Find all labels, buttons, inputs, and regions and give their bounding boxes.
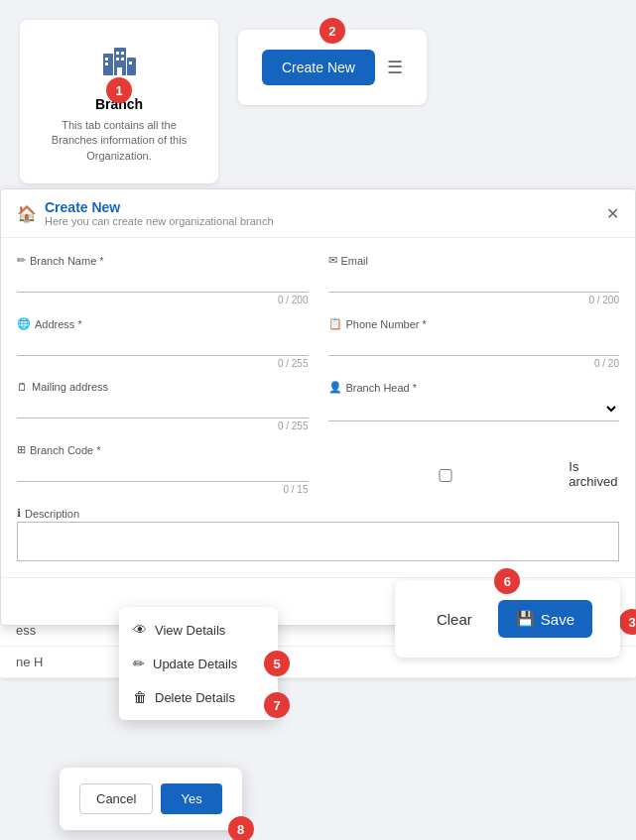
mailing-count: 0 / 255 — [17, 420, 309, 431]
svg-rect-9 — [129, 61, 132, 64]
mailing-icon: 🗒 — [17, 381, 28, 393]
create-new-modal: 🏠 Create New Here you can create new org… — [0, 188, 636, 626]
svg-rect-7 — [116, 58, 119, 60]
phone-input[interactable] — [328, 332, 620, 356]
confirm-buttons: Cancel Yes — [79, 783, 222, 814]
trash-icon: 🗑 — [133, 689, 147, 705]
branch-name-icon: ✏ — [17, 254, 26, 267]
address-field: 🌐 Address * 0 / 255 — [17, 317, 309, 369]
view-details-label: View Details — [155, 623, 225, 638]
modal-title: Create New — [45, 199, 274, 215]
branch-head-field: 👤 Branch Head * — [328, 381, 620, 431]
address-input[interactable] — [17, 332, 309, 356]
top-section: 1 Branch This tab contains all the Branc… — [0, 0, 636, 203]
is-archived-checkbox-row: Is archived — [328, 443, 620, 491]
cancel-button[interactable]: Cancel — [79, 783, 153, 814]
bottom-action-panel: 6 Clear 💾 Save — [395, 580, 620, 658]
email-field: ✉ Email 0 / 200 — [328, 254, 620, 305]
yes-button[interactable]: Yes — [161, 783, 221, 814]
dropdown-menu: 👁 View Details ✏ Update Details 5 🗑 Dele… — [119, 607, 278, 720]
phone-icon: 📋 — [328, 317, 342, 330]
svg-rect-2 — [127, 58, 136, 75]
bottom-save-button[interactable]: 💾 Save — [498, 600, 592, 638]
is-archived-checkbox[interactable] — [328, 469, 564, 482]
modal-header-left: 🏠 Create New Here you can create new org… — [17, 199, 274, 227]
mailing-label: 🗒 Mailing address — [17, 381, 309, 393]
branch-code-input[interactable] — [17, 458, 309, 482]
badge-1: 1 — [106, 77, 132, 103]
create-new-button[interactable]: Create New — [262, 50, 375, 85]
branch-card: 1 Branch This tab contains all the Branc… — [20, 20, 218, 183]
branch-head-label: 👤 Branch Head * — [328, 381, 620, 394]
branch-card-desc: This tab contains all the Branches infor… — [40, 118, 198, 164]
branch-code-field: ⊞ Branch Code * 0 / 15 — [17, 443, 309, 495]
description-icon: ℹ — [17, 507, 21, 520]
mailing-field: 🗒 Mailing address 0 / 255 — [17, 381, 309, 431]
svg-rect-10 — [117, 67, 122, 75]
description-field: ℹ Description — [17, 507, 619, 561]
description-label: ℹ Description — [17, 507, 619, 520]
address-label: 🌐 Address * — [17, 317, 309, 330]
form-grid: ✏ Branch Name * 0 / 200 ✉ Email 0 / 200 … — [17, 254, 619, 561]
pencil-icon: ✏ — [133, 656, 145, 671]
branch-head-icon: 👤 — [328, 381, 342, 394]
branch-name-label: ✏ Branch Name * — [17, 254, 309, 267]
branch-name-field: ✏ Branch Name * 0 / 200 — [17, 254, 309, 305]
email-label: ✉ Email — [328, 254, 620, 267]
is-archived-label: Is archived — [569, 459, 619, 489]
email-count: 0 / 200 — [328, 295, 620, 305]
description-textarea[interactable] — [17, 522, 619, 561]
svg-rect-5 — [116, 52, 119, 55]
badge-2: 2 — [319, 18, 345, 44]
modal-subtitle: Here you can create new organizational b… — [45, 215, 274, 227]
svg-rect-8 — [121, 58, 124, 60]
home-icon: 🏠 — [17, 204, 37, 223]
branch-code-count: 0 / 15 — [17, 484, 309, 495]
bottom-clear-button[interactable]: Clear — [423, 603, 486, 636]
eye-icon: 👁 — [133, 622, 147, 638]
confirm-dialog: Cancel Yes 8 — [60, 768, 242, 830]
address-count: 0 / 255 — [17, 358, 309, 369]
mailing-input[interactable] — [17, 395, 309, 419]
delete-details-item[interactable]: 🗑 Delete Details 7 — [119, 680, 278, 714]
is-archived-field: Is archived — [328, 443, 620, 495]
modal-body: ✏ Branch Name * 0 / 200 ✉ Email 0 / 200 … — [1, 238, 635, 577]
branch-name-input[interactable] — [17, 269, 309, 293]
branch-name-count: 0 / 200 — [17, 295, 309, 305]
phone-field: 📋 Phone Number * 0 / 20 — [328, 317, 620, 369]
phone-label: 📋 Phone Number * — [328, 317, 620, 330]
badge-7: 7 — [264, 692, 290, 718]
email-input[interactable] — [328, 269, 620, 293]
svg-rect-6 — [121, 52, 124, 55]
save-lg-icon: 💾 — [516, 610, 535, 628]
delete-details-label: Delete Details — [155, 690, 235, 705]
badge-8: 8 — [228, 816, 254, 840]
svg-rect-3 — [105, 58, 108, 60]
email-icon: ✉ — [328, 254, 337, 267]
branch-head-select[interactable] — [328, 396, 620, 421]
badge-5: 5 — [264, 651, 290, 676]
address-icon: 🌐 — [17, 317, 31, 330]
phone-count: 0 / 20 — [328, 358, 620, 369]
svg-rect-4 — [105, 62, 108, 65]
update-details-label: Update Details — [153, 657, 237, 671]
badge-6: 6 — [494, 568, 520, 594]
view-details-item[interactable]: 👁 View Details — [119, 613, 278, 647]
create-new-card: 2 Create New ☰ — [238, 30, 427, 105]
filter-icon[interactable]: ☰ — [387, 57, 403, 78]
branch-code-label: ⊞ Branch Code * — [17, 443, 309, 456]
modal-close-button[interactable]: ✕ — [606, 204, 619, 223]
update-details-item[interactable]: ✏ Update Details 5 — [119, 647, 278, 680]
modal-header: 🏠 Create New Here you can create new org… — [1, 189, 635, 238]
branch-code-icon: ⊞ — [17, 443, 26, 456]
